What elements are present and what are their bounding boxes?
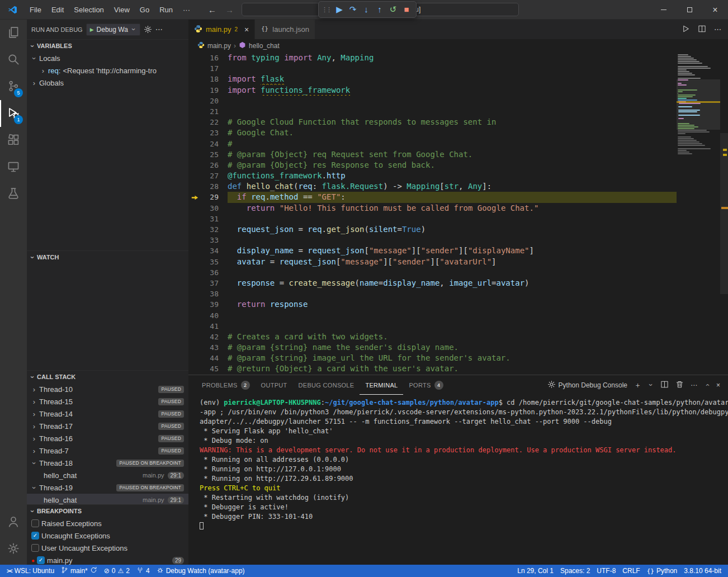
- terminal-dropdown-icon[interactable]: ›: [646, 382, 655, 388]
- breadcrumb-item[interactable]: main.py: [207, 42, 231, 50]
- activitybar-testing[interactable]: [0, 181, 27, 207]
- maximize-panel-icon[interactable]: ›: [702, 382, 711, 388]
- start-debug-icon[interactable]: ▶: [90, 27, 94, 32]
- callstack-thread-row[interactable]: ›Thread-14PAUSED: [27, 408, 188, 420]
- activitybar-run-and-debug[interactable]: 1: [0, 100, 27, 127]
- problems-indicator[interactable]: ⊘0⚠2: [101, 565, 133, 577]
- code-text[interactable]: [228, 288, 677, 299]
- menu-go[interactable]: Go: [135, 0, 154, 20]
- more-actions-icon[interactable]: ⋯: [155, 25, 163, 34]
- code-text[interactable]: # @param {Object} res Response to send b…: [228, 160, 677, 171]
- code-editor[interactable]: 16from typing import Any, Mapping1718imp…: [188, 53, 728, 375]
- debug-restart-icon[interactable]: ↺: [386, 2, 400, 17]
- minimap[interactable]: [677, 53, 720, 375]
- debug-session-indicator[interactable]: Debug Watch (avatar-app): [153, 565, 248, 577]
- code-text[interactable]: return response: [228, 299, 677, 310]
- code-text[interactable]: request_json = req.get_json(silent=True): [228, 224, 677, 235]
- debug-stop-icon[interactable]: ■: [400, 2, 413, 17]
- variable-row[interactable]: ›Locals: [27, 52, 188, 64]
- launch-config-dropdown[interactable]: ▶ Debug Wa ›: [86, 23, 140, 36]
- menu-edit[interactable]: Edit: [46, 0, 69, 20]
- variables-header[interactable]: › VARIABLES: [27, 40, 188, 52]
- code-text[interactable]: return "Hello! This function must be cal…: [228, 203, 677, 214]
- variable-row[interactable]: ›Globals: [27, 77, 188, 89]
- code-text[interactable]: # Google Cloud Function that responds to…: [228, 117, 677, 127]
- remote-indicator[interactable]: ><WSL: Ubuntu: [3, 565, 58, 577]
- debug-step-over-icon[interactable]: ↷: [346, 2, 360, 17]
- panel-tab-problems[interactable]: PROBLEMS2: [196, 375, 256, 395]
- watch-header[interactable]: › WATCH: [27, 251, 188, 263]
- activitybar-settings[interactable]: [0, 536, 27, 562]
- activitybar-extensions[interactable]: [0, 127, 27, 154]
- menu-more[interactable]: ···: [178, 0, 195, 20]
- panel-tab-debug-console[interactable]: DEBUG CONSOLE: [293, 375, 360, 395]
- debug-continue-icon[interactable]: ▶: [333, 2, 346, 17]
- code-text[interactable]: def hello_chat(req: flask.Request) -> Ma…: [228, 181, 677, 192]
- activitybar-source-control[interactable]: 5: [0, 73, 27, 100]
- callstack-thread-row[interactable]: ›Thread-16PAUSED: [27, 432, 188, 444]
- code-text[interactable]: [228, 310, 677, 321]
- status-encoding[interactable]: UTF-8: [593, 565, 619, 577]
- code-text[interactable]: from typing import Any, Mapping: [228, 53, 677, 63]
- code-text[interactable]: # @param {string} name the sender's disp…: [228, 342, 677, 353]
- code-text[interactable]: import functions_framework: [228, 85, 677, 96]
- code-text[interactable]: [228, 235, 677, 245]
- more-actions-icon[interactable]: ⋯: [714, 25, 721, 34]
- menu-run[interactable]: Run: [154, 0, 178, 20]
- close-icon[interactable]: ×: [702, 0, 728, 20]
- menu-selection[interactable]: Selection: [69, 0, 108, 20]
- status-indentation[interactable]: Spaces: 2: [557, 565, 593, 577]
- callstack-frame-row[interactable]: hello_chatmain.py29:1: [27, 494, 188, 504]
- callstack-thread-row[interactable]: ›Thread-15PAUSED: [27, 395, 188, 408]
- breakpoint-row[interactable]: Raised Exceptions: [27, 517, 188, 529]
- code-text[interactable]: response = create_message(name=display_n…: [228, 278, 677, 288]
- breakpoints-header[interactable]: › BREAKPOINTS: [27, 505, 188, 517]
- drag-grip-icon[interactable]: ⋮⋮: [322, 6, 330, 13]
- minimap-slider[interactable]: [677, 79, 720, 130]
- panel-tab-terminal[interactable]: TERMINAL: [360, 375, 403, 395]
- activitybar-explorer[interactable]: [0, 20, 27, 46]
- breakpoint-row[interactable]: ✓Uncaught Exceptions: [27, 529, 188, 542]
- breakpoint-checkbox[interactable]: ✓: [31, 532, 39, 540]
- code-text[interactable]: # Creates a card with two widgets.: [228, 332, 677, 342]
- overview-ruler[interactable]: [720, 53, 728, 375]
- callstack-thread-row[interactable]: ›Thread-17PAUSED: [27, 420, 188, 432]
- menu-file[interactable]: File: [25, 0, 46, 20]
- more-actions-icon[interactable]: ⋯: [691, 381, 697, 389]
- breadcrumb-item[interactable]: hello_chat: [249, 42, 280, 50]
- code-text[interactable]: import flask: [228, 74, 677, 84]
- breakpoint-checkbox[interactable]: [31, 544, 39, 552]
- status-interpreter[interactable]: 3.8.10 64-bit: [680, 565, 725, 577]
- code-text[interactable]: if req.method == "GET":: [228, 192, 677, 202]
- code-text[interactable]: # @param {Object} req Request sent from …: [228, 149, 677, 160]
- panel-tab-output[interactable]: OUTPUT: [256, 375, 293, 395]
- gear-icon[interactable]: [144, 25, 152, 34]
- code-text[interactable]: # Google Chat.: [228, 127, 677, 138]
- code-text[interactable]: [228, 96, 677, 106]
- command-center[interactable]: tu] ⋮⋮▶↷↓↑↺■: [242, 3, 519, 16]
- breakpoint-checkbox[interactable]: [31, 519, 39, 527]
- call-stack-header[interactable]: › CALL STACK: [27, 371, 188, 383]
- tab-launch.json[interactable]: {}launch.json: [255, 20, 315, 39]
- menu-view[interactable]: View: [109, 0, 135, 20]
- code-text[interactable]: # @param {string} image_url the URL for …: [228, 353, 677, 363]
- back-icon[interactable]: ←: [208, 5, 216, 15]
- breakpoint-checkbox[interactable]: ✓: [37, 556, 45, 564]
- callstack-thread-row[interactable]: ›Thread-10PAUSED: [27, 383, 188, 395]
- tab-main.py[interactable]: main.py2×: [188, 20, 255, 39]
- callstack-thread-row[interactable]: ›Thread-7PAUSED: [27, 444, 188, 457]
- panel-tab-ports[interactable]: PORTS4: [403, 375, 448, 395]
- split-editor-icon[interactable]: [698, 25, 706, 35]
- code-text[interactable]: avatar = request_json["message"]["sender…: [228, 257, 677, 267]
- code-text[interactable]: [228, 106, 677, 117]
- close-panel-icon[interactable]: ×: [716, 381, 720, 389]
- code-text[interactable]: [228, 63, 677, 74]
- code-text[interactable]: display_name = request_json["message"]["…: [228, 245, 677, 256]
- status-eol[interactable]: CRLF: [619, 565, 643, 577]
- code-text[interactable]: [228, 267, 677, 278]
- ports-indicator[interactable]: 4: [133, 565, 153, 577]
- run-python-file-icon[interactable]: [682, 25, 690, 35]
- variable-row[interactable]: ›req: <Request 'http://charming-tro: [27, 64, 188, 77]
- forward-icon[interactable]: →: [225, 5, 234, 15]
- kill-terminal-icon[interactable]: [675, 380, 684, 390]
